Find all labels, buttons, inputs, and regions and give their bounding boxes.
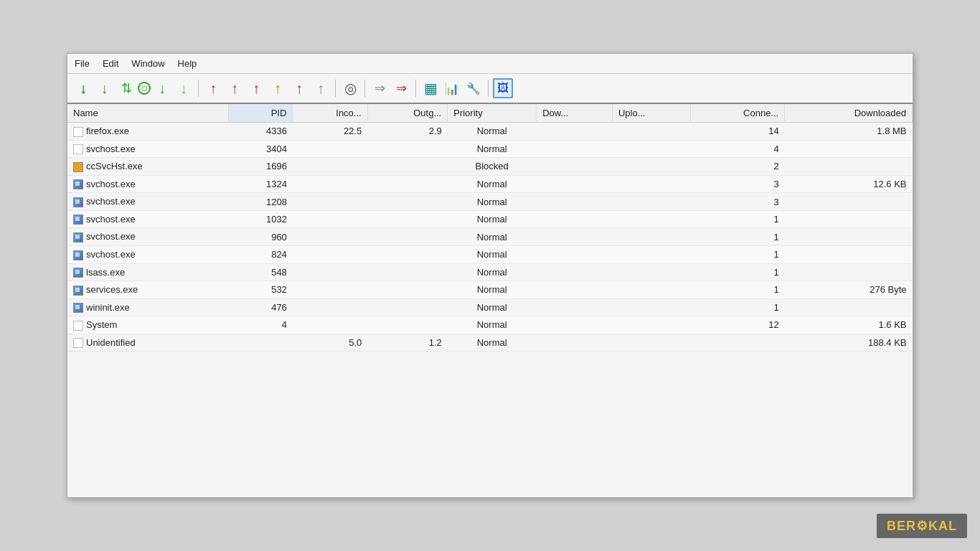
cell-outgoing-2	[367, 158, 448, 176]
toolbar-btn-17[interactable]: ⇒	[391, 78, 411, 98]
table-row[interactable]: svchost.exe1208Normal3	[67, 193, 913, 211]
cell-upload-7	[612, 245, 690, 263]
cell-priority-0: Normal	[448, 123, 537, 141]
col-header-downloaded[interactable]: Downloaded	[785, 104, 913, 123]
col-header-outgoing[interactable]: Outg...	[367, 104, 448, 123]
menu-item-edit[interactable]: Edit	[103, 58, 118, 69]
process-name-3: svchost.exe	[86, 179, 136, 189]
table-row[interactable]: svchost.exe1032Normal1	[67, 210, 913, 228]
col-header-connections[interactable]: Conne...	[690, 104, 785, 123]
toolbar-btn-21[interactable]: 🔧	[463, 78, 484, 98]
toolbar-btn-19[interactable]: ▦	[420, 78, 440, 98]
table-row[interactable]: System4Normal121.6 KB	[67, 316, 913, 334]
cell-priority-6: Normal	[448, 228, 537, 246]
col-header-download[interactable]: Dow...	[537, 104, 613, 123]
toolbar-btn-4[interactable]: ↓	[152, 78, 172, 98]
toolbar-btn-12[interactable]: ↑	[311, 78, 331, 98]
cell-incoming-5	[293, 210, 367, 228]
toolbar-btn-23[interactable]: 🖼	[493, 78, 513, 98]
cell-outgoing-7	[367, 245, 448, 263]
menu-item-help[interactable]: Help	[178, 58, 197, 69]
cell-pid-6: 960	[228, 228, 292, 246]
cell-downloaded-5	[785, 210, 913, 228]
cell-download-5	[537, 210, 613, 228]
process-table: NamePIDInco...Outg...PriorityDow...Uplo.…	[67, 104, 913, 352]
cell-name-6: svchost.exe	[67, 228, 228, 246]
cell-incoming-4	[293, 193, 367, 211]
toolbar-btn-2[interactable]: ⇅	[116, 78, 136, 98]
cell-outgoing-9	[367, 281, 448, 299]
cell-download-7	[537, 245, 613, 263]
cell-outgoing-1	[367, 140, 448, 158]
process-name-11: System	[86, 319, 117, 330]
toolbar-btn-20[interactable]: 📊	[442, 78, 462, 98]
menu-item-window[interactable]: Window	[131, 58, 164, 69]
cell-priority-5: Normal	[448, 210, 537, 228]
cell-priority-1: Normal	[448, 140, 537, 158]
table-row[interactable]: services.exe532Normal1276 Byte	[67, 281, 913, 299]
toolbar-btn-14[interactable]: ◎	[340, 78, 360, 98]
table-row[interactable]: ccSvcHst.exe1696Blocked2	[67, 158, 913, 176]
toolbar-btn-1[interactable]: ↓	[95, 78, 115, 98]
cell-pid-12	[228, 334, 292, 352]
toolbar-btn-11[interactable]: ↑	[289, 78, 309, 98]
cell-name-4: svchost.exe	[67, 193, 228, 211]
cell-downloaded-2	[785, 158, 913, 176]
toolbar-btn-0[interactable]: ↓	[73, 78, 93, 98]
process-icon-8	[73, 268, 83, 278]
cell-outgoing-8	[367, 263, 448, 281]
menu-item-file[interactable]: File	[75, 58, 90, 69]
cell-download-9	[537, 281, 613, 299]
table-row[interactable]: svchost.exe824Normal1	[67, 245, 913, 263]
table-row[interactable]: svchost.exe1324Normal312.6 KB	[67, 175, 913, 193]
toolbar-btn-10[interactable]: ↑	[268, 78, 288, 98]
toolbar-btn-5[interactable]: ↓	[174, 78, 194, 98]
table-row[interactable]: firefox.exe433622.52.9Normal141.8 MB	[67, 123, 913, 141]
cell-downloaded-0: 1.8 MB	[785, 123, 913, 141]
toolbar-btn-16[interactable]: ⇒	[369, 78, 390, 98]
cell-pid-10: 476	[228, 298, 292, 316]
menubar: FileEditWindowHelp	[67, 54, 913, 74]
table-row[interactable]: svchost.exe3404Normal4	[67, 140, 913, 158]
col-header-upload[interactable]: Uplo...	[612, 104, 690, 123]
process-name-6: svchost.exe	[86, 231, 136, 242]
cell-downloaded-10	[785, 298, 913, 316]
cell-pid-0: 4336	[228, 123, 292, 141]
cell-download-4	[537, 193, 613, 211]
cell-incoming-2	[293, 158, 367, 176]
cell-priority-12: Normal	[448, 334, 537, 352]
toolbar-separator-15	[364, 80, 365, 97]
cell-pid-5: 1032	[228, 210, 292, 228]
table-row[interactable]: wininit.exe476Normal1	[67, 298, 913, 316]
cell-incoming-7	[293, 245, 367, 263]
toolbar-separator-18	[415, 80, 416, 97]
watermark-text: BER	[887, 519, 916, 533]
toolbar-separator-13	[335, 80, 336, 97]
process-icon-2	[73, 162, 83, 172]
cell-connections-5: 1	[690, 210, 785, 228]
cell-pid-11: 4	[228, 316, 292, 334]
table-row[interactable]: lsass.exe548Normal1	[67, 263, 913, 281]
col-header-name[interactable]: Name	[67, 104, 228, 123]
col-header-priority[interactable]: Priority	[448, 104, 537, 123]
cell-download-1	[537, 140, 613, 158]
table-row[interactable]: Unidentified5.01.2Normal188.4 KB	[67, 334, 913, 352]
col-header-pid[interactable]: PID	[228, 104, 292, 123]
process-icon-9	[73, 286, 83, 296]
cell-pid-8: 548	[228, 263, 292, 281]
cell-upload-11	[612, 316, 690, 334]
watermark-suffix: KAL	[928, 519, 957, 533]
toolbar-btn-7[interactable]: ↑	[203, 78, 223, 98]
cell-connections-1: 4	[690, 140, 785, 158]
toolbar-btn-3[interactable]: ○	[138, 82, 151, 95]
process-icon-10	[73, 303, 83, 313]
cell-connections-6: 1	[690, 228, 785, 246]
table-row[interactable]: svchost.exe960Normal1	[67, 228, 913, 246]
cell-incoming-1	[293, 140, 367, 158]
toolbar-btn-8[interactable]: ↑	[225, 78, 245, 98]
process-name-12: Unidentified	[86, 337, 136, 348]
toolbar-btn-9[interactable]: ↑	[246, 78, 266, 98]
process-name-0: firefox.exe	[86, 126, 129, 136]
process-icon-4	[73, 197, 83, 207]
col-header-incoming[interactable]: Inco...	[293, 104, 367, 123]
